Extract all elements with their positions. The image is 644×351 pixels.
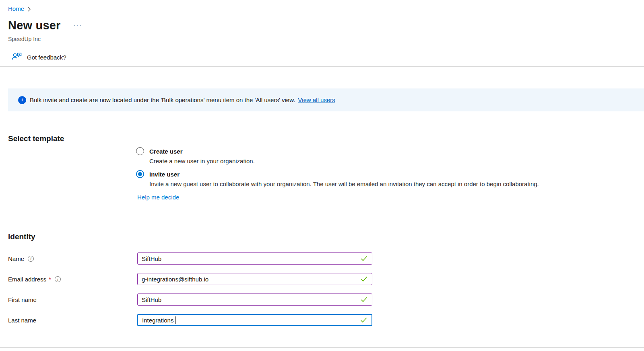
email-label-text: Email address — [8, 276, 46, 283]
page-title: New user — [8, 19, 61, 32]
radio-label-invite-user: Invite user — [149, 171, 180, 178]
checkmark-icon — [361, 256, 367, 261]
first-name-input-box — [137, 294, 372, 306]
form-row-first-name: First name — [8, 294, 644, 306]
checkmark-icon — [361, 297, 367, 302]
first-name-input[interactable] — [138, 294, 372, 305]
info-icon: i — [18, 96, 26, 104]
new-user-page: Home New user ··· SpeedUp Inc Got feedba… — [0, 0, 644, 351]
info-icon[interactable]: i — [28, 256, 34, 262]
form-row-name: Name i — [8, 252, 644, 265]
name-label: Name i — [8, 252, 34, 265]
radio-unselected-icon[interactable] — [136, 147, 144, 155]
radio-desc-create-user: Create a new user in your organization. — [149, 158, 255, 164]
view-all-users-link[interactable]: View all users — [298, 96, 335, 103]
got-feedback-button[interactable]: Got feedback? — [12, 52, 66, 62]
last-name-input-box — [137, 314, 372, 326]
header-divider — [0, 66, 644, 67]
checkmark-icon — [361, 276, 367, 282]
name-label-text: Name — [8, 255, 24, 262]
last-name-input[interactable] — [138, 315, 372, 325]
identity-heading: Identity — [8, 232, 35, 241]
first-name-label: First name — [8, 294, 37, 306]
text-caret — [175, 316, 175, 324]
first-name-label-text: First name — [8, 296, 37, 303]
form-row-last-name: Last name — [8, 314, 644, 326]
radio-option-create-user[interactable]: Create user — [136, 147, 183, 155]
help-me-decide-link[interactable]: Help me decide — [137, 194, 179, 201]
got-feedback-label: Got feedback? — [27, 54, 66, 61]
email-label: Email address * i — [8, 273, 61, 285]
name-input-box — [137, 252, 372, 265]
breadcrumb: Home — [8, 5, 31, 12]
bottom-divider — [0, 347, 644, 348]
radio-option-invite-user[interactable]: Invite user — [136, 170, 180, 178]
info-banner-text: Bulk invite and create are now located u… — [30, 96, 295, 103]
form-row-email: Email address * i — [8, 273, 644, 285]
radio-desc-invite-user: Invite a new guest user to collaborate w… — [149, 181, 539, 187]
radio-selected-icon[interactable] — [136, 170, 144, 178]
radio-label-create-user: Create user — [149, 148, 183, 155]
last-name-label-text: Last name — [8, 317, 36, 324]
select-template-heading: Select template — [8, 134, 64, 143]
chevron-right-icon — [27, 7, 31, 12]
last-name-label: Last name — [8, 314, 36, 326]
name-input[interactable] — [138, 253, 372, 264]
person-feedback-icon — [12, 52, 22, 62]
checkmark-icon — [360, 317, 367, 323]
email-input[interactable] — [138, 273, 372, 285]
info-banner: i Bulk invite and create are now located… — [8, 88, 644, 111]
required-asterisk: * — [49, 276, 51, 283]
email-input-box — [137, 273, 372, 285]
page-subtitle: SpeedUp Inc — [8, 36, 41, 42]
breadcrumb-home-link[interactable]: Home — [8, 5, 24, 12]
info-icon[interactable]: i — [55, 276, 61, 282]
more-options-button[interactable]: ··· — [73, 22, 82, 29]
